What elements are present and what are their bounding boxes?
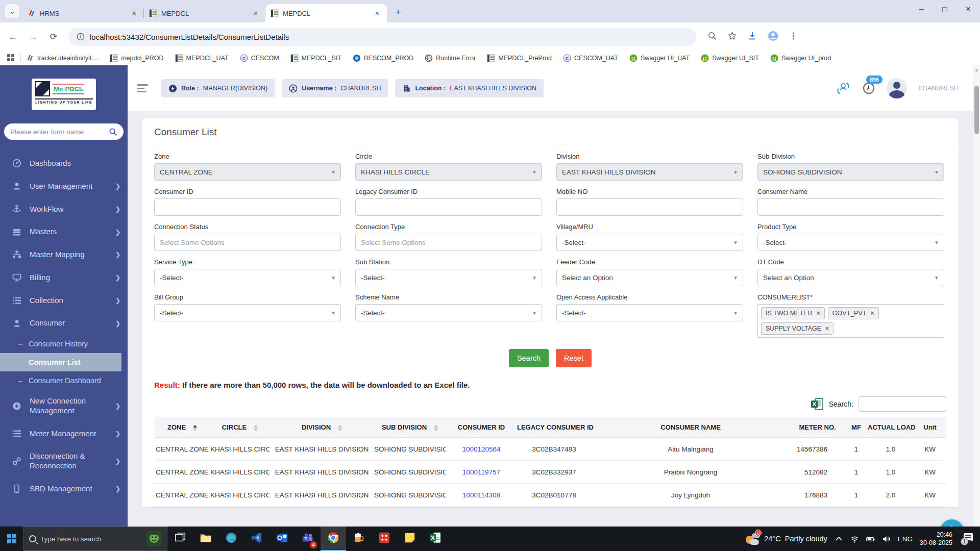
sidebar-item-disconnection-reconnection[interactable]: Disconnection & Reconnection❯ bbox=[0, 445, 128, 478]
bookmark-item[interactable]: {.}Swagger UI_UAT bbox=[629, 54, 690, 62]
start-button[interactable] bbox=[0, 527, 23, 551]
forward-button[interactable]: → bbox=[26, 29, 41, 44]
sidebar-subitem-consumer-dashboard[interactable]: –Consumer Dashboard bbox=[0, 371, 128, 390]
taskbar-app-edge[interactable] bbox=[218, 527, 244, 551]
sub-division-select[interactable]: SOHIONG SUBDIVISION▼ bbox=[757, 163, 944, 181]
table-cell[interactable]: 1000120564 bbox=[446, 438, 517, 461]
consumer-id-link[interactable]: 1000120564 bbox=[462, 445, 500, 453]
taskbar-app-task-view[interactable] bbox=[167, 527, 193, 551]
taskbar-app-teams[interactable]: T4 bbox=[295, 527, 321, 551]
browser-tab[interactable]: MEPDCL× bbox=[265, 4, 387, 22]
column-header-sub-division[interactable]: SUB DIVISION bbox=[374, 417, 446, 438]
table-cell[interactable]: 1000119757 bbox=[446, 461, 517, 484]
sidebar-item-masters[interactable]: Masters❯ bbox=[0, 220, 128, 243]
sort-icon[interactable] bbox=[254, 425, 258, 431]
sidebar-subitem-consumer-history[interactable]: –Consumer History bbox=[0, 335, 128, 353]
table-cell[interactable]: 1000114308 bbox=[446, 484, 517, 507]
download-icon[interactable] bbox=[747, 31, 757, 43]
support-agent-icon[interactable] bbox=[836, 82, 851, 95]
bookmark-item[interactable]: {.}Swagger UI_prod bbox=[770, 54, 831, 62]
taskbar-app-outlook[interactable] bbox=[270, 527, 295, 551]
bookmark-item[interactable]: mepdcl_PROD bbox=[110, 54, 163, 62]
consumer-name-input[interactable] bbox=[763, 204, 939, 211]
consumerlist-multiselect[interactable]: IS TWO METER×GOVT_PVT×SUPPLY VOLTAGE× bbox=[757, 304, 944, 338]
sidebar-item-master-mapping[interactable]: Master Mapping❯ bbox=[0, 243, 128, 266]
taskbar-app-chrome[interactable] bbox=[321, 527, 346, 551]
bookmark-star-icon[interactable] bbox=[727, 31, 737, 43]
chip-remove-icon[interactable]: × bbox=[870, 310, 874, 317]
column-header-circle[interactable]: CIRCLE bbox=[210, 417, 270, 438]
sidebar-item-dashboards[interactable]: Dashboards bbox=[0, 152, 128, 175]
sidebar-subitem-consumer-list[interactable]: –Consumer List bbox=[0, 353, 121, 371]
page-scrollbar[interactable]: ▲ bbox=[973, 65, 980, 527]
chip-remove-icon[interactable]: × bbox=[816, 310, 820, 317]
table-search-input[interactable] bbox=[859, 396, 946, 412]
chip-remove-icon[interactable]: × bbox=[825, 325, 829, 332]
search-button[interactable]: Search bbox=[509, 349, 549, 367]
menu-kebab-icon[interactable] bbox=[789, 31, 798, 43]
site-info-icon[interactable] bbox=[77, 33, 85, 41]
tray-chevron-icon[interactable] bbox=[835, 535, 843, 543]
taskbar-app-sticky-notes[interactable] bbox=[397, 527, 423, 551]
weather-widget[interactable]: 8 24°C Partly cloudy bbox=[745, 532, 827, 545]
bill-group-select[interactable]: -Select-▼ bbox=[154, 304, 341, 321]
sidebar-item-meter-management[interactable]: Meter Management❯ bbox=[0, 422, 128, 445]
apps-grid-icon[interactable] bbox=[7, 54, 15, 62]
scheme-name-select[interactable]: -Select-▼ bbox=[355, 304, 542, 321]
form-search-input[interactable]: Please enter form name bbox=[4, 123, 124, 140]
menu-toggle-icon[interactable] bbox=[137, 84, 148, 92]
volume-icon[interactable] bbox=[882, 535, 891, 543]
bookmark-item[interactable]: CCESCOM bbox=[240, 54, 279, 62]
bookmark-item[interactable]: MEPDCL_UAT bbox=[175, 54, 229, 62]
bookmark-item[interactable]: BESCOM_PROD bbox=[353, 54, 413, 62]
sidebar-item-new-connection-management[interactable]: New Connection Management❯ bbox=[0, 390, 128, 422]
mobile-no-input[interactable] bbox=[562, 204, 738, 211]
bookmark-item[interactable]: MEPDCL_PreProd bbox=[487, 54, 552, 62]
open-access-applicable-select[interactable]: -Select-▼ bbox=[556, 304, 743, 321]
search-icon[interactable] bbox=[109, 128, 117, 136]
reload-button[interactable]: ⟳ bbox=[46, 29, 61, 44]
profile-avatar-icon[interactable] bbox=[768, 31, 778, 43]
back-button[interactable]: ← bbox=[5, 29, 20, 44]
sort-icon[interactable] bbox=[193, 425, 197, 431]
taskbar-app-red-grid[interactable] bbox=[372, 527, 397, 551]
sidebar-item-collection[interactable]: Collection❯ bbox=[0, 289, 128, 312]
bookmark-item[interactable]: Runtime Error bbox=[425, 54, 476, 62]
sidebar-item-user-management[interactable]: User Management❯ bbox=[0, 175, 128, 198]
wifi-icon[interactable] bbox=[850, 535, 859, 543]
tab-close-icon[interactable]: × bbox=[251, 9, 260, 18]
scroll-up-arrow[interactable]: ▲ bbox=[973, 65, 980, 72]
browser-tab[interactable]: MEPDCL× bbox=[144, 4, 265, 22]
taskbar-app-beer[interactable] bbox=[346, 527, 372, 551]
sidebar-item-billing[interactable]: Billing❯ bbox=[0, 266, 128, 289]
taskbar-clock[interactable]: 20:46 30-08-2025 bbox=[920, 531, 952, 547]
bookmark-item[interactable]: {.}Swagger UI_SIT bbox=[701, 54, 759, 62]
scrollbar-thumb[interactable] bbox=[974, 86, 979, 134]
connection-status-multiselect[interactable]: Select Some Options bbox=[154, 234, 341, 251]
taskbar-search-box[interactable]: Type here to search bbox=[23, 527, 167, 551]
bookmark-item[interactable]: CCESCOM_UAT bbox=[563, 54, 618, 62]
language-indicator[interactable]: ENG bbox=[898, 535, 913, 543]
search-highlight-icon[interactable] bbox=[146, 531, 162, 546]
close-button[interactable]: ✕ bbox=[957, 0, 980, 17]
sidebar-item-consumer[interactable]: Consumer❯ bbox=[0, 312, 128, 335]
circle-select[interactable]: KHASI HILLS CIRCLE▼ bbox=[355, 163, 542, 181]
sort-icon[interactable] bbox=[338, 425, 342, 431]
product-type-select[interactable]: -Select-▼ bbox=[757, 234, 944, 251]
browser-tab[interactable]: HRMS× bbox=[22, 4, 144, 22]
battery-icon[interactable] bbox=[866, 535, 875, 543]
new-tab-button[interactable]: + bbox=[391, 5, 405, 19]
tab-close-icon[interactable]: × bbox=[373, 9, 382, 18]
feeder-code-select[interactable]: Select an Option▼ bbox=[556, 269, 743, 286]
sub-station-select[interactable]: -Select-▼ bbox=[355, 269, 542, 286]
tab-search-button[interactable]: ⌄ bbox=[5, 4, 19, 18]
minimize-button[interactable]: ─ bbox=[910, 0, 933, 17]
address-bar[interactable]: localhost:53432/ConsumerListDetails/Cons… bbox=[68, 28, 696, 46]
reset-button[interactable]: Reset bbox=[556, 349, 592, 367]
dt-code-select[interactable]: Select an Option▼ bbox=[757, 269, 944, 286]
division-select[interactable]: EAST KHASI HILLS DIVISION▼ bbox=[556, 163, 743, 181]
taskbar-app-file-explorer[interactable] bbox=[193, 527, 218, 551]
bookmark-item[interactable]: MEPDCL_SIT bbox=[290, 54, 342, 62]
excel-export-icon[interactable] bbox=[811, 397, 824, 411]
maximize-button[interactable]: ▢ bbox=[933, 0, 957, 17]
